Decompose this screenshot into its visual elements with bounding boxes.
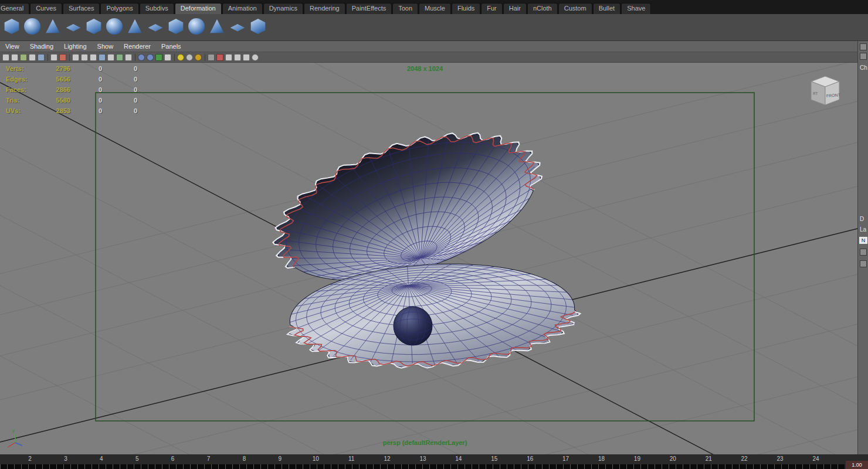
- layer-color-icon[interactable]: [860, 260, 867, 267]
- xray-icon[interactable]: [164, 54, 171, 61]
- layer-toggle-icon[interactable]: [860, 249, 867, 256]
- panel-menu-show[interactable]: Show: [92, 43, 119, 50]
- no-lights-icon[interactable]: [177, 54, 184, 61]
- shelf-tab-shave[interactable]: Shave: [621, 3, 651, 14]
- toolbar-separator: [205, 54, 205, 61]
- shelf-tab-bullet[interactable]: Bullet: [593, 3, 621, 14]
- hud-row-tris: Tris:558000: [6, 95, 145, 106]
- pin-panel-icon[interactable]: [860, 43, 867, 50]
- gate-mask-icon[interactable]: [99, 54, 106, 61]
- wire-icon[interactable]: [228, 17, 247, 36]
- hud-row-faces: Faces:286600: [6, 84, 145, 95]
- lattice-icon-glyph: [4, 18, 20, 35]
- fill-render-icon[interactable]: [138, 54, 145, 61]
- frame-label: 19: [632, 456, 642, 462]
- shelf-tab-curves[interactable]: Curves: [30, 3, 62, 14]
- twist-icon[interactable]: [126, 17, 144, 36]
- frame-label: 17: [561, 456, 571, 462]
- panel-options-icon[interactable]: [860, 53, 867, 60]
- wrap-icon[interactable]: [23, 17, 42, 36]
- svg-text:y: y: [12, 428, 15, 433]
- squash-icon[interactable]: [105, 17, 124, 36]
- panel-menu-shading[interactable]: Shading: [25, 43, 59, 50]
- toolbar-separator: [48, 54, 48, 61]
- playback-rate-field[interactable]: 1.00: [846, 461, 868, 469]
- frame-label: 11: [346, 456, 357, 462]
- shelf-tab-animation[interactable]: Animation: [222, 3, 263, 14]
- frame-label: 21: [703, 456, 714, 462]
- use-default-material-icon[interactable]: [155, 54, 162, 61]
- camera-attributes-icon[interactable]: [20, 54, 27, 61]
- frame-label: 16: [525, 456, 535, 462]
- panel-menu-renderer[interactable]: Renderer: [118, 43, 156, 50]
- view-cube[interactable]: RT FRONT: [805, 72, 843, 110]
- shelf-tab-custom[interactable]: Custom: [558, 3, 592, 14]
- shelf-tab-dynamics[interactable]: Dynamics: [263, 3, 303, 14]
- bend-icon[interactable]: [64, 17, 83, 36]
- shelf-tab-polygons[interactable]: Polygons: [100, 3, 138, 14]
- safe-action-icon[interactable]: [116, 54, 123, 61]
- display-tab-label[interactable]: D: [860, 216, 864, 222]
- film-gate-icon[interactable]: [81, 54, 88, 61]
- softmod-icon[interactable]: [187, 17, 206, 36]
- plugin-filter-icon[interactable]: [234, 54, 241, 61]
- field-chart-icon[interactable]: [107, 54, 114, 61]
- twist-icon-glyph: [127, 18, 143, 35]
- shelf-tab-hair[interactable]: Hair: [503, 3, 527, 14]
- frame-label: 10: [310, 456, 321, 462]
- wave-icon[interactable]: [146, 17, 165, 36]
- flare-icon[interactable]: [43, 17, 62, 36]
- shelf-tab-rendering[interactable]: Rendering: [304, 3, 345, 14]
- shelf-tab-toon[interactable]: Toon: [392, 3, 418, 14]
- shelf-tab-painteffects[interactable]: PaintEffects: [346, 3, 392, 14]
- isolate-select-icon[interactable]: [216, 54, 223, 61]
- image-plane-icon[interactable]: [38, 54, 45, 61]
- shelf-tab-subdivs[interactable]: Subdivs: [140, 3, 174, 14]
- lattice-icon[interactable]: [2, 17, 21, 36]
- textured-icon[interactable]: [147, 54, 154, 61]
- right-panel-strip: Ch D La N: [857, 41, 868, 454]
- lock-camera-icon[interactable]: [11, 54, 18, 61]
- toolbar-separator: [174, 54, 175, 61]
- cluster-icon[interactable]: [167, 17, 185, 36]
- sculpt-deformer-icon[interactable]: [249, 17, 267, 36]
- share-view-icon[interactable]: [252, 54, 259, 61]
- frame-label: 8: [239, 456, 249, 462]
- default-lighting-icon[interactable]: [186, 54, 193, 61]
- shelf-tab-muscle[interactable]: Muscle: [419, 3, 451, 14]
- all-lights-icon[interactable]: [195, 54, 202, 61]
- time-slider[interactable]: 23456789101112131415161718192021222324 1…: [0, 454, 868, 469]
- shelf-tab-general[interactable]: General: [0, 3, 29, 14]
- panel-menu-panels[interactable]: Panels: [156, 43, 187, 50]
- channel-box-tab-label[interactable]: Ch: [860, 64, 867, 71]
- shelf-tab-deformation[interactable]: Deformation: [175, 3, 222, 14]
- shadows-icon[interactable]: [208, 54, 215, 61]
- grid-icon[interactable]: [72, 54, 79, 61]
- panel-menu-view[interactable]: View: [0, 43, 25, 50]
- bookmarks-icon[interactable]: [29, 54, 36, 61]
- sine-icon[interactable]: [84, 17, 103, 36]
- camera-name-label: persp (defaultRenderLayer): [96, 439, 754, 446]
- shelf-tab-surfaces[interactable]: Surfaces: [63, 3, 100, 14]
- grease-pencil-icon[interactable]: [59, 54, 66, 61]
- layers-tab-label[interactable]: La: [860, 226, 866, 233]
- jiggle-icon[interactable]: [208, 17, 226, 36]
- select-camera-icon[interactable]: [2, 54, 9, 61]
- safe-title-icon[interactable]: [125, 54, 132, 61]
- 2d-pan-zoom-icon[interactable]: [50, 54, 57, 61]
- frame-label: 6: [168, 456, 178, 462]
- snapshot-icon[interactable]: [243, 54, 250, 61]
- frame-label: 2: [25, 456, 35, 462]
- shelf-tab-ncloth[interactable]: nCloth: [527, 3, 558, 14]
- wireframe-on-shaded-icon[interactable]: [225, 54, 232, 61]
- resolution-gate-label: 2048 x 1024: [96, 65, 754, 72]
- resolution-gate-icon[interactable]: [90, 54, 97, 61]
- layer-mode-dropdown[interactable]: N: [859, 237, 867, 244]
- shelf-tab-fluids[interactable]: Fluids: [452, 3, 480, 14]
- viewport-persp[interactable]: y Verts:279600Edges:565600Faces:286600Tr…: [0, 63, 857, 454]
- shelf-tab-fur[interactable]: Fur: [481, 3, 503, 14]
- panel-menu-lighting[interactable]: Lighting: [59, 43, 92, 50]
- time-slider-ticks[interactable]: [0, 464, 845, 469]
- viewport-canvas: y: [0, 63, 857, 454]
- squash-icon-glyph: [106, 18, 123, 35]
